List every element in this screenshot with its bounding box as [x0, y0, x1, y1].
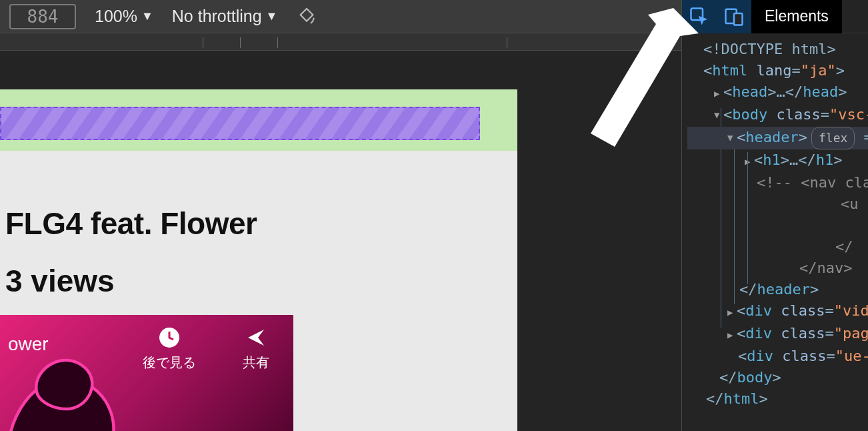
tab-elements[interactable]: Elements: [751, 0, 842, 33]
throttling-dropdown[interactable]: No throttling ▼: [172, 7, 278, 26]
inspect-element-button[interactable]: [682, 0, 717, 33]
header-highlight-margin: [0, 89, 517, 151]
disclosure-triangle-open-icon[interactable]: ▼: [714, 104, 723, 125]
rendered-viewport: FLG4 feat. Flower 3 views ower 後で見る 共有: [0, 51, 681, 431]
chevron-down-icon: ▼: [266, 9, 278, 23]
dom-comment[interactable]: </: [687, 236, 868, 258]
zoom-dropdown[interactable]: 100% ▼: [95, 7, 153, 26]
clock-icon: [157, 326, 181, 350]
chevron-down-icon: ▼: [141, 9, 153, 23]
watch-later-label: 後で見る: [143, 354, 196, 372]
flex-badge[interactable]: flex: [811, 127, 855, 149]
toggle-device-toolbar-button[interactable]: [717, 0, 751, 33]
svg-rect-2: [734, 13, 743, 25]
zoom-value: 100%: [95, 7, 137, 26]
dom-tree[interactable]: <!DOCTYPE html> <html lang="ja"> ▶<head>…: [682, 33, 868, 410]
dom-div-ues[interactable]: <div class="ue-s: [687, 346, 868, 367]
dom-h1[interactable]: ▶<h1>…</h1>: [687, 149, 868, 172]
dom-body-open[interactable]: ▼<body class="vsc-i: [687, 104, 868, 127]
share-icon: [244, 326, 268, 350]
dom-body-close[interactable]: </body>: [687, 367, 868, 388]
dom-header-open[interactable]: ▼<header>flex =: [687, 127, 868, 149]
share-button[interactable]: 共有: [243, 326, 269, 372]
page-canvas[interactable]: FLG4 feat. Flower 3 views ower 後で見る 共有: [0, 89, 517, 431]
dom-div-vide[interactable]: ▶<div class="vide: [687, 300, 868, 323]
throttling-value: No throttling: [172, 7, 262, 26]
dom-head[interactable]: ▶<head>…</head>: [687, 81, 868, 104]
dom-comment[interactable]: <u: [687, 193, 868, 215]
watch-later-button[interactable]: 後で見る: [143, 326, 196, 372]
dom-header-close[interactable]: </header>: [687, 279, 868, 300]
dom-doctype[interactable]: <!DOCTYPE html>: [687, 39, 868, 60]
disclosure-triangle-icon[interactable]: ▶: [727, 302, 737, 323]
more-options-icon[interactable]: ⋯: [655, 11, 676, 27]
dom-html-open[interactable]: <html lang="ja">: [687, 60, 868, 81]
share-label: 共有: [243, 354, 269, 372]
video-views: 3 views: [5, 263, 115, 299]
dom-div-pagi[interactable]: ▶<div class="pagi: [687, 323, 868, 346]
viewport-width-input[interactable]: 884: [9, 4, 76, 29]
dom-nav-close[interactable]: </nav>: [687, 258, 868, 279]
rotate-icon[interactable]: [296, 6, 317, 27]
devtools-panel: Elements <!DOCTYPE html> <html lang="ja"…: [681, 0, 868, 431]
video-title: FLG4 feat. Flower: [5, 205, 257, 242]
dom-blank: [687, 215, 868, 236]
disclosure-triangle-open-icon[interactable]: ▼: [727, 127, 737, 148]
disclosure-triangle-icon[interactable]: ▶: [727, 324, 737, 346]
header-highlight-content: [0, 107, 480, 140]
devtools-tabbar: Elements: [682, 0, 868, 33]
disclosure-triangle-icon[interactable]: ▶: [745, 151, 754, 172]
disclosure-triangle-icon[interactable]: ▶: [714, 83, 723, 104]
dom-comment[interactable]: <!-- <nav clas: [687, 172, 868, 193]
dom-html-close[interactable]: </html>: [687, 388, 868, 410]
video-thumbnail[interactable]: ower 後で見る 共有: [0, 315, 293, 431]
